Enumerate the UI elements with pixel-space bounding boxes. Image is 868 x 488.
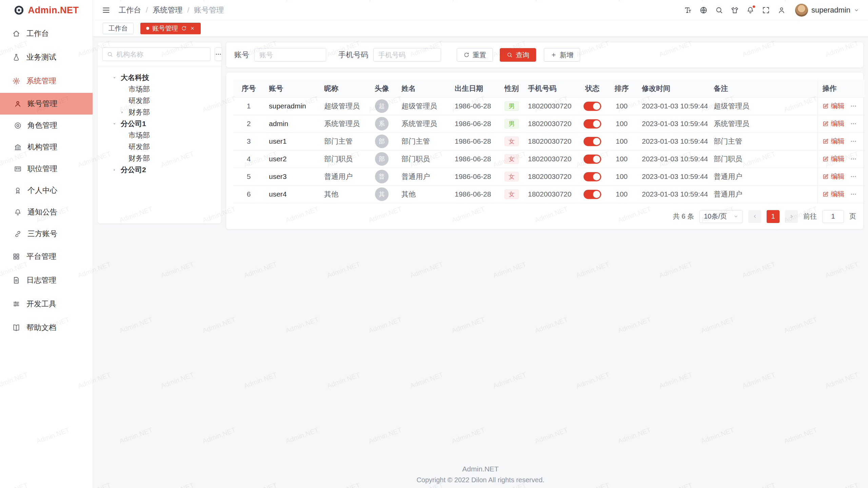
language-icon[interactable] bbox=[699, 6, 708, 14]
phone-filter-input[interactable] bbox=[373, 48, 441, 62]
theme-icon[interactable] bbox=[731, 6, 739, 14]
prev-page-button[interactable] bbox=[748, 210, 761, 223]
fullscreen-icon[interactable] bbox=[762, 6, 770, 14]
tree-node[interactable]: 分公司2 bbox=[102, 164, 217, 176]
caret-right-icon[interactable] bbox=[112, 167, 121, 172]
more-actions-button[interactable] bbox=[850, 191, 857, 198]
breadcrumb-separator: / bbox=[187, 6, 189, 15]
flask-icon bbox=[12, 53, 20, 61]
tree-node[interactable]: 分公司1 bbox=[102, 118, 217, 129]
sidebar-item-personal-center[interactable]: 个人中心 bbox=[0, 180, 93, 201]
caret-down-icon[interactable] bbox=[112, 121, 121, 126]
caret-down-icon[interactable] bbox=[112, 75, 121, 80]
more-actions-button[interactable] bbox=[850, 120, 857, 127]
notification-bell-icon[interactable] bbox=[746, 6, 754, 14]
edit-button[interactable]: 编辑 bbox=[823, 172, 845, 181]
tree-node[interactable]: 财务部 bbox=[102, 106, 217, 118]
column-header: 备注 bbox=[709, 80, 817, 97]
tree-node[interactable]: 研发部 bbox=[102, 95, 217, 106]
column-header: 性别 bbox=[500, 80, 523, 97]
hamburger-menu-icon[interactable] bbox=[102, 6, 111, 15]
sidebar-item-org-management[interactable]: 机构管理 bbox=[0, 136, 93, 158]
status-toggle[interactable] bbox=[584, 137, 601, 146]
cell-modified: 2023-01-03 10:59:44 bbox=[637, 97, 709, 115]
breadcrumb-item[interactable]: 系统管理 bbox=[153, 5, 182, 15]
edit-button[interactable]: 编辑 bbox=[823, 154, 845, 163]
sidebar-item-business-test[interactable]: 业务测试 bbox=[0, 45, 93, 69]
status-toggle[interactable] bbox=[584, 119, 601, 128]
cell-name: 部门职员 bbox=[397, 150, 450, 168]
edit-button[interactable]: 编辑 bbox=[823, 189, 845, 199]
tree-node[interactable]: 大名科技 bbox=[102, 72, 217, 83]
sidebar-item-dev-tools[interactable]: 开发工具 bbox=[0, 292, 93, 316]
avatar: 普 bbox=[375, 170, 389, 183]
reset-button[interactable]: 重置 bbox=[457, 48, 493, 62]
edit-button[interactable]: 编辑 bbox=[823, 101, 845, 110]
more-actions-button[interactable] bbox=[850, 156, 857, 162]
status-toggle[interactable] bbox=[584, 172, 601, 181]
sidebar-item-label: 平台管理 bbox=[26, 251, 78, 262]
org-search-input[interactable] bbox=[116, 50, 206, 58]
cell-sort: 100 bbox=[606, 185, 637, 203]
account-filter-input[interactable] bbox=[254, 48, 326, 62]
breadcrumb-item[interactable]: 工作台 bbox=[119, 5, 141, 15]
search-icon[interactable] bbox=[715, 6, 723, 14]
query-button[interactable]: 查询 bbox=[500, 48, 536, 62]
caret-right-icon[interactable] bbox=[120, 110, 129, 115]
sidebar-item-workbench[interactable]: 工作台 bbox=[0, 22, 93, 45]
goto-page-input[interactable] bbox=[822, 210, 844, 223]
tab-item[interactable]: 工作台 bbox=[103, 23, 134, 34]
sidebar-item-log-management[interactable]: 日志管理 bbox=[0, 268, 93, 292]
sidebar-item-label: 角色管理 bbox=[27, 120, 57, 130]
avatar: 超 bbox=[375, 99, 389, 113]
cell-account: user3 bbox=[264, 168, 319, 185]
row-actions: 编辑 bbox=[823, 119, 857, 128]
tree-node[interactable]: 研发部 bbox=[102, 141, 217, 152]
query-button-label: 查询 bbox=[516, 50, 529, 60]
page-number-button[interactable]: 1 bbox=[767, 210, 780, 223]
row-actions: 编辑 bbox=[823, 101, 857, 110]
topbar-actions: superadmin bbox=[684, 4, 859, 17]
breadcrumb-item[interactable]: 账号管理 bbox=[194, 5, 224, 15]
sidebar-item-platform-management[interactable]: 平台管理 bbox=[0, 245, 93, 268]
tab-active-dot bbox=[146, 27, 149, 30]
next-page-button[interactable] bbox=[785, 210, 798, 223]
sidebar: Admin.NET 工作台业务测试系统管理账号管理角色管理机构管理职位管理个人中… bbox=[0, 0, 93, 488]
sidebar-item-help-docs[interactable]: 帮助文档 bbox=[0, 316, 93, 340]
tab-item[interactable]: 账号管理 bbox=[140, 23, 201, 34]
font-size-icon[interactable] bbox=[684, 6, 692, 14]
logo[interactable]: Admin.NET bbox=[0, 0, 93, 20]
edit-icon bbox=[823, 191, 829, 197]
cell-index: 5 bbox=[233, 168, 264, 185]
sidebar-item-role-management[interactable]: 角色管理 bbox=[0, 115, 93, 136]
sidebar-item-label: 机构管理 bbox=[27, 142, 57, 152]
edit-button[interactable]: 编辑 bbox=[823, 119, 845, 128]
page-size-select[interactable]: 10条/页 bbox=[699, 210, 743, 223]
profile-icon[interactable] bbox=[777, 6, 786, 14]
more-actions-button[interactable] bbox=[850, 173, 857, 180]
org-more-button[interactable] bbox=[215, 47, 222, 61]
sidebar-item-system-management[interactable]: 系统管理 bbox=[0, 69, 93, 93]
refresh-icon[interactable] bbox=[181, 25, 187, 31]
gender-badge: 女 bbox=[505, 154, 519, 164]
more-actions-button[interactable] bbox=[850, 138, 857, 145]
sidebar-item-notice-announcement[interactable]: 通知公告 bbox=[0, 201, 93, 223]
status-toggle[interactable] bbox=[584, 190, 601, 199]
sidebar-item-account-management[interactable]: 账号管理 bbox=[0, 93, 93, 115]
user-menu[interactable]: superadmin bbox=[795, 4, 859, 17]
cell-account: admin bbox=[264, 115, 319, 133]
tree-node[interactable]: 市场部 bbox=[102, 83, 217, 95]
close-icon[interactable] bbox=[190, 26, 195, 31]
sidebar-item-position-management[interactable]: 职位管理 bbox=[0, 158, 93, 180]
tree-node[interactable]: 市场部 bbox=[102, 129, 217, 141]
status-toggle[interactable] bbox=[584, 102, 601, 111]
status-toggle[interactable] bbox=[584, 155, 601, 164]
caret-spacer bbox=[120, 87, 129, 92]
sidebar-menu: 工作台业务测试系统管理账号管理角色管理机构管理职位管理个人中心通知公告三方账号平… bbox=[0, 20, 93, 488]
more-actions-button[interactable] bbox=[850, 103, 857, 109]
edit-button[interactable]: 编辑 bbox=[823, 137, 845, 146]
logo-icon bbox=[14, 5, 24, 15]
add-button[interactable]: 新增 bbox=[544, 48, 580, 62]
tree-node[interactable]: 财务部 bbox=[102, 152, 217, 164]
sidebar-item-third-party-account[interactable]: 三方账号 bbox=[0, 223, 93, 245]
